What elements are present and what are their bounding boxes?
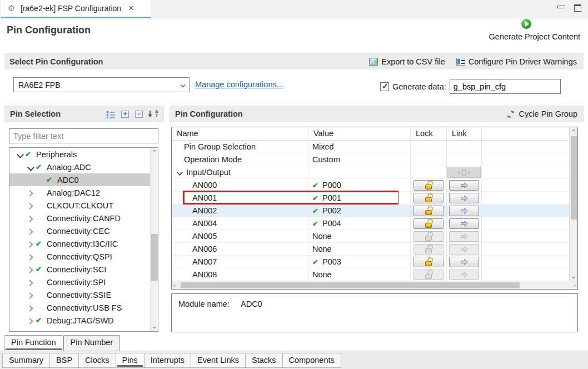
- expand-all-icon[interactable]: +: [121, 111, 129, 118]
- link-button[interactable]: [449, 180, 479, 191]
- tree-collapsed-chevron-icon[interactable]: [26, 277, 36, 287]
- pin-configuration-select[interactable]: RA6E2 FPB: [13, 77, 190, 92]
- table-hscrollbar-thumb[interactable]: [181, 282, 520, 288]
- table-row-an004[interactable]: AN004✔P004: [172, 217, 570, 230]
- collapse-all-icon[interactable]: −: [135, 111, 143, 118]
- tree-item-analog-dac12[interactable]: Analog:DAC12: [9, 186, 150, 199]
- tree-item-debug-jtag-swd[interactable]: ✔Debug:JTAG/SWD: [9, 314, 150, 327]
- tab-clocks[interactable]: Clocks: [79, 353, 116, 368]
- scroll-right-icon[interactable]: ›: [574, 282, 576, 288]
- sort-az-icon[interactable]: az: [149, 110, 158, 118]
- table-row-an000[interactable]: AN000✔P000: [172, 179, 570, 192]
- tab-pin-function[interactable]: Pin Function: [4, 335, 63, 351]
- tree-collapsed-chevron-icon[interactable]: [26, 239, 36, 249]
- export-to-csv-button[interactable]: Export to CSV file: [369, 57, 445, 66]
- maximize-icon[interactable]: [574, 4, 581, 12]
- lock-button[interactable]: [413, 193, 444, 203]
- table-row-an008[interactable]: AN008None: [172, 268, 570, 281]
- cell-name: Pin Group Selection: [184, 142, 256, 151]
- cell-value: P000: [322, 181, 341, 190]
- module-name-label: Module name:: [178, 300, 230, 308]
- filter-input[interactable]: [9, 128, 158, 143]
- tree-collapsed-chevron-icon[interactable]: [26, 290, 36, 300]
- table-row-operation-mode[interactable]: Operation ModeCustom: [172, 153, 570, 166]
- scroll-down-icon[interactable]: ⌄: [151, 323, 158, 330]
- lock-button[interactable]: [413, 218, 444, 229]
- tree-collapsed-chevron-icon[interactable]: [26, 201, 36, 211]
- show-list-icon[interactable]: [107, 111, 115, 118]
- tree-item-adc0[interactable]: ✔ADC0: [9, 173, 150, 186]
- manage-configurations-link[interactable]: Manage configurations...: [195, 80, 283, 89]
- tree-scrollbar-thumb[interactable]: [151, 234, 158, 281]
- table-horizontal-scrollbar[interactable]: ‹ ›: [172, 281, 577, 289]
- generate-project-content-button[interactable]: Generate Project Content: [458, 19, 580, 41]
- tree-item-connectivity-sci[interactable]: ✔Connectivity:SCI: [9, 263, 150, 276]
- tree-item-connectivity-canfd[interactable]: Connectivity:CANFD: [9, 212, 150, 225]
- generate-data-input[interactable]: [450, 79, 561, 94]
- tree-collapsed-chevron-icon[interactable]: [26, 188, 36, 198]
- generate-data-checkbox[interactable]: [380, 82, 389, 91]
- table-row-pin-group-selection[interactable]: Pin Group SelectionMixed: [172, 141, 570, 153]
- link-button[interactable]: [449, 206, 479, 216]
- pin-group-cycle-widget: ‹›: [447, 167, 481, 178]
- tree-item-connectivity-qspi[interactable]: Connectivity:QSPI: [9, 250, 150, 263]
- cycle-pin-group-button[interactable]: Cycle Pin Group: [506, 109, 577, 118]
- tree-item-connectivity-cec[interactable]: Connectivity:CEC: [9, 225, 150, 237]
- table-vertical-scrollbar[interactable]: ⌃ ⌄: [569, 127, 577, 281]
- tree-collapsed-chevron-icon[interactable]: [26, 226, 36, 236]
- tree-expanded-chevron-icon[interactable]: [15, 149, 25, 159]
- scroll-down-icon[interactable]: ⌄: [570, 273, 577, 280]
- link-button[interactable]: [449, 218, 479, 229]
- editor-tab-fsp-configuration[interactable]: ⚙ [ra6e2-ek] FSP Configuration ×: [1, 0, 151, 18]
- table-row-an002[interactable]: AN002✔P002: [172, 205, 570, 217]
- tab-pins[interactable]: Pins: [116, 353, 144, 368]
- tab-stacks[interactable]: Stacks: [246, 353, 283, 368]
- link-button[interactable]: [449, 257, 479, 267]
- tab-event-links[interactable]: Event Links: [191, 353, 246, 368]
- scroll-left-icon[interactable]: ‹: [173, 282, 176, 288]
- tab-interrupts[interactable]: Interrupts: [144, 353, 191, 368]
- scroll-up-icon[interactable]: ⌃: [570, 128, 577, 136]
- tree-collapsed-chevron-icon[interactable]: [26, 213, 36, 223]
- tree-item-connectivity-usb-fs[interactable]: Connectivity:USB FS: [9, 301, 150, 314]
- tree-item-connectivity-ssie[interactable]: Connectivity:SSIE: [9, 288, 150, 301]
- scroll-up-icon[interactable]: ⌃: [151, 149, 158, 156]
- minimize-icon[interactable]: [557, 6, 565, 8]
- tree-expanded-chevron-icon[interactable]: [26, 162, 36, 172]
- tree-item-peripherals[interactable]: ✔Peripherals: [9, 148, 150, 161]
- chevron-down-icon: [180, 82, 185, 87]
- table-row-an001[interactable]: AN001✔P001: [172, 192, 570, 205]
- tree-item-connectivity-i3c-iic[interactable]: ✔Connectivity:I3C/IIC: [9, 237, 150, 250]
- tree-collapsed-chevron-icon[interactable]: [26, 303, 36, 313]
- tree-collapsed-chevron-icon[interactable]: [26, 316, 36, 326]
- tree-item-label: CLKOUT:CLKOUT: [47, 201, 113, 210]
- table-row-input-output[interactable]: Input/Output‹›: [172, 166, 570, 179]
- tree-scrollbar[interactable]: ⌃ ⌄: [150, 148, 158, 331]
- close-icon[interactable]: ×: [128, 4, 134, 12]
- tab-bsp[interactable]: BSP: [50, 353, 79, 368]
- tree-item-connectivity-spi[interactable]: Connectivity:SPI: [9, 276, 150, 288]
- tree-collapsed-chevron-icon[interactable]: [26, 265, 36, 275]
- lock-button[interactable]: [413, 206, 444, 216]
- lock-button[interactable]: [413, 180, 444, 191]
- configure-pin-driver-warnings-button[interactable]: Configure Pin Driver Warnings: [456, 57, 577, 66]
- cell-name: Input/Output: [186, 168, 231, 177]
- generate-project-content-label: Generate Project Content: [458, 32, 580, 41]
- table-row-an005[interactable]: AN005None: [172, 230, 570, 243]
- table-scrollbar-thumb[interactable]: [571, 136, 577, 220]
- tree-item-clkout-clkout[interactable]: CLKOUT:CLKOUT: [9, 199, 150, 212]
- tab-components[interactable]: Components: [283, 353, 341, 368]
- pin-selection-header: Pin Selection + − az: [4, 106, 164, 122]
- table-row-an006[interactable]: AN006None: [172, 243, 570, 256]
- tab-summary[interactable]: Summary: [2, 353, 50, 368]
- export-to-csv-label: Export to CSV file: [381, 57, 445, 66]
- table-row-an007[interactable]: AN007✔P003: [172, 256, 570, 268]
- row-expanded-chevron-icon[interactable]: [175, 168, 183, 176]
- link-button[interactable]: [449, 193, 479, 203]
- tree-collapsed-chevron-icon[interactable]: [26, 252, 36, 262]
- cell-name: AN008: [192, 270, 217, 279]
- green-check-icon: ✔: [36, 316, 47, 325]
- tree-item-analog-adc[interactable]: ✔Analog:ADC: [9, 161, 150, 173]
- tab-pin-number[interactable]: Pin Number: [63, 335, 121, 351]
- lock-button[interactable]: [413, 257, 444, 267]
